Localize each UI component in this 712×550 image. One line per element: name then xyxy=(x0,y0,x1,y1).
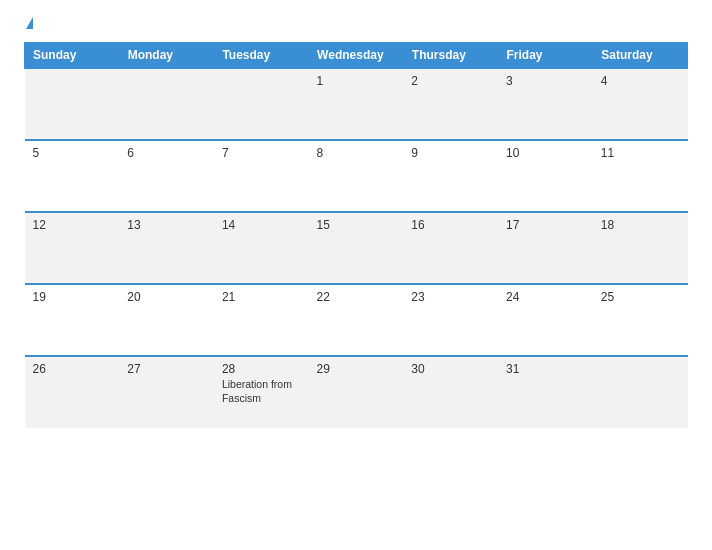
col-friday: Friday xyxy=(498,43,593,69)
calendar-cell: 24 xyxy=(498,284,593,356)
day-number: 25 xyxy=(601,290,680,304)
day-number: 3 xyxy=(506,74,585,88)
col-wednesday: Wednesday xyxy=(309,43,404,69)
day-number: 15 xyxy=(317,218,396,232)
calendar-cell xyxy=(25,68,120,140)
calendar-cell: 4 xyxy=(593,68,688,140)
calendar-cell: 5 xyxy=(25,140,120,212)
logo xyxy=(24,18,33,30)
event-label: Liberation from Fascism xyxy=(222,378,301,405)
col-saturday: Saturday xyxy=(593,43,688,69)
calendar-cell: 28Liberation from Fascism xyxy=(214,356,309,428)
calendar-cell: 7 xyxy=(214,140,309,212)
calendar-cell: 15 xyxy=(309,212,404,284)
calendar-cell: 13 xyxy=(119,212,214,284)
col-sunday: Sunday xyxy=(25,43,120,69)
calendar-cell: 31 xyxy=(498,356,593,428)
day-number: 26 xyxy=(33,362,112,376)
calendar-cell: 10 xyxy=(498,140,593,212)
calendar-cell xyxy=(214,68,309,140)
day-number: 11 xyxy=(601,146,680,160)
day-number: 18 xyxy=(601,218,680,232)
calendar-cell: 11 xyxy=(593,140,688,212)
col-thursday: Thursday xyxy=(403,43,498,69)
day-number: 16 xyxy=(411,218,490,232)
day-number: 23 xyxy=(411,290,490,304)
day-number: 19 xyxy=(33,290,112,304)
calendar-cell: 26 xyxy=(25,356,120,428)
calendar-cell: 22 xyxy=(309,284,404,356)
day-number: 5 xyxy=(33,146,112,160)
calendar-cell: 18 xyxy=(593,212,688,284)
day-number: 29 xyxy=(317,362,396,376)
day-number: 13 xyxy=(127,218,206,232)
calendar-cell: 19 xyxy=(25,284,120,356)
calendar-header-row: Sunday Monday Tuesday Wednesday Thursday… xyxy=(25,43,688,69)
calendar-cell: 12 xyxy=(25,212,120,284)
col-monday: Monday xyxy=(119,43,214,69)
day-number: 9 xyxy=(411,146,490,160)
calendar-cell: 16 xyxy=(403,212,498,284)
day-number: 4 xyxy=(601,74,680,88)
header xyxy=(24,18,688,30)
col-tuesday: Tuesday xyxy=(214,43,309,69)
calendar-table: Sunday Monday Tuesday Wednesday Thursday… xyxy=(24,42,688,428)
day-number: 30 xyxy=(411,362,490,376)
calendar-cell: 3 xyxy=(498,68,593,140)
logo-triangle-icon xyxy=(26,17,33,29)
calendar-cell xyxy=(593,356,688,428)
day-number: 7 xyxy=(222,146,301,160)
day-number: 12 xyxy=(33,218,112,232)
calendar-cell: 29 xyxy=(309,356,404,428)
calendar-cell: 17 xyxy=(498,212,593,284)
calendar-cell: 20 xyxy=(119,284,214,356)
calendar-cell: 8 xyxy=(309,140,404,212)
day-number: 21 xyxy=(222,290,301,304)
day-number: 28 xyxy=(222,362,301,376)
calendar-cell: 9 xyxy=(403,140,498,212)
calendar-cell: 23 xyxy=(403,284,498,356)
calendar-cell: 30 xyxy=(403,356,498,428)
day-number: 17 xyxy=(506,218,585,232)
day-number: 24 xyxy=(506,290,585,304)
calendar-cell: 2 xyxy=(403,68,498,140)
calendar-cell xyxy=(119,68,214,140)
calendar-cell: 1 xyxy=(309,68,404,140)
calendar-week-row: 12131415161718 xyxy=(25,212,688,284)
calendar-page: Sunday Monday Tuesday Wednesday Thursday… xyxy=(0,0,712,550)
day-number: 20 xyxy=(127,290,206,304)
day-number: 6 xyxy=(127,146,206,160)
calendar-cell: 14 xyxy=(214,212,309,284)
calendar-week-row: 262728Liberation from Fascism293031 xyxy=(25,356,688,428)
day-number: 2 xyxy=(411,74,490,88)
day-number: 22 xyxy=(317,290,396,304)
calendar-week-row: 1234 xyxy=(25,68,688,140)
day-number: 14 xyxy=(222,218,301,232)
calendar-cell: 27 xyxy=(119,356,214,428)
day-number: 31 xyxy=(506,362,585,376)
calendar-cell: 21 xyxy=(214,284,309,356)
day-number: 1 xyxy=(317,74,396,88)
calendar-cell: 6 xyxy=(119,140,214,212)
calendar-cell: 25 xyxy=(593,284,688,356)
calendar-week-row: 19202122232425 xyxy=(25,284,688,356)
day-number: 27 xyxy=(127,362,206,376)
day-number: 10 xyxy=(506,146,585,160)
day-number: 8 xyxy=(317,146,396,160)
calendar-week-row: 567891011 xyxy=(25,140,688,212)
